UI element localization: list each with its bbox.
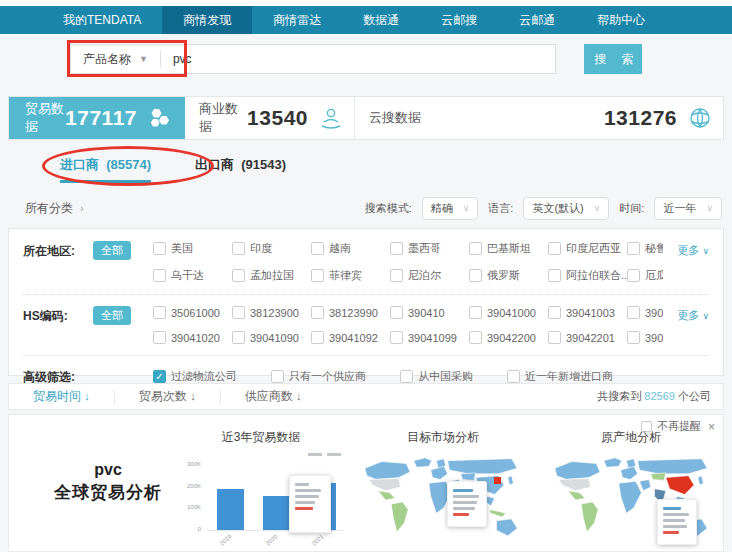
chart-y-axis: 300K200K100K0 (185, 461, 204, 531)
nav-item-business-radar[interactable]: 商情雷达 (252, 6, 342, 34)
region-option[interactable]: 俄罗斯 (469, 268, 548, 283)
region-option[interactable]: 秘鲁 (627, 241, 663, 256)
region-option[interactable]: 印度尼西亚 (548, 241, 627, 256)
checkbox-label: 印度尼西亚 (566, 241, 621, 256)
language-select[interactable]: 英文(默认) ∨ (523, 197, 609, 220)
checkbox[interactable] (390, 331, 403, 344)
nav-item-my-tendata[interactable]: 我的TENDATA (42, 6, 162, 34)
stat-trade-data[interactable]: 贸易数据 177117 (9, 97, 185, 139)
hs-option[interactable]: 39041010 (627, 306, 663, 319)
region-more-link[interactable]: 更多 ∨ (663, 241, 709, 283)
checkbox[interactable] (232, 242, 245, 255)
checkbox-label: 39041099 (408, 332, 457, 344)
region-option[interactable]: 越南 (311, 241, 390, 256)
hs-option[interactable]: 39041092 (311, 331, 390, 344)
checkbox[interactable] (469, 269, 482, 282)
region-option[interactable]: 孟加拉国 (232, 268, 311, 283)
hs-all-button[interactable]: 全部 (93, 306, 131, 325)
checkbox[interactable] (390, 306, 403, 319)
region-option[interactable]: 厄瓜多尔 (627, 268, 663, 283)
filter-row-region: 所在地区: 全部 美国 印度 越南 墨西哥 巴基斯坦 印度尼西亚 秘鲁 乌干达 … (23, 241, 709, 283)
result-tabs: 进口商 (85574) 出口商 (91543) (8, 156, 286, 183)
tab-importers[interactable]: 进口商 (85574) (60, 156, 151, 183)
checkbox[interactable] (271, 370, 284, 383)
checkbox[interactable] (507, 370, 520, 383)
checkbox[interactable] (311, 242, 324, 255)
time-select[interactable]: 近一年 ∨ (654, 197, 722, 220)
region-option[interactable]: 尼泊尔 (390, 268, 469, 283)
region-option[interactable]: 印度 (232, 241, 311, 256)
hs-option[interactable]: 35061000 (153, 306, 232, 319)
hs-option[interactable]: 39041090 (232, 331, 311, 344)
checkbox[interactable] (627, 269, 640, 282)
hs-option[interactable]: 39042201 (548, 331, 627, 344)
all-categories-link[interactable]: 所有分类 › (8, 200, 84, 217)
checkbox[interactable] (153, 306, 166, 319)
stat-cloud-search-data[interactable]: 云搜数据 131276 (355, 97, 723, 139)
hs-option[interactable]: 39041003 (548, 306, 627, 319)
checkbox[interactable] (390, 242, 403, 255)
region-option[interactable]: 墨西哥 (390, 241, 469, 256)
checkbox[interactable] (311, 331, 324, 344)
target-market-map[interactable] (351, 455, 533, 549)
checkbox[interactable] (232, 269, 245, 282)
checkbox[interactable] (153, 242, 166, 255)
hs-option[interactable]: 38123990 (311, 306, 390, 319)
sort-by-supplier-count[interactable]: 供应商数 ↓ (221, 388, 326, 405)
stat-business-data[interactable]: 商业数据 13540 (185, 97, 355, 139)
checkbox[interactable]: ✓ (153, 370, 166, 383)
sort-by-trade-count[interactable]: 贸易次数 ↓ (115, 388, 220, 405)
hs-option[interactable]: 39041000 (469, 306, 548, 319)
chart-tooltip (289, 475, 331, 533)
origin-map[interactable] (541, 455, 723, 549)
nav-item-business-discovery[interactable]: 商情发现 (162, 6, 252, 34)
checkbox[interactable] (548, 331, 561, 344)
dotted-divider (23, 355, 709, 356)
checkbox[interactable] (469, 242, 482, 255)
checkbox-label: 39041003 (566, 307, 615, 319)
checkbox[interactable] (153, 331, 166, 344)
nav-item-cloud-mail[interactable]: 云邮通 (498, 6, 576, 34)
trade-bar-chart[interactable]: 300K200K100K0 201920202021 (185, 453, 345, 549)
checkbox[interactable] (311, 306, 324, 319)
checkbox[interactable] (232, 306, 245, 319)
hs-option[interactable]: 390410 (390, 306, 469, 319)
checkbox[interactable] (153, 269, 166, 282)
hs-option[interactable]: 39042220 (627, 331, 663, 344)
region-option[interactable]: 阿拉伯联合... (548, 268, 627, 283)
hs-more-link[interactable]: 更多 ∨ (663, 306, 709, 344)
checkbox[interactable] (311, 269, 324, 282)
region-option[interactable]: 乌干达 (153, 268, 232, 283)
checkbox[interactable] (548, 269, 561, 282)
hs-option[interactable]: 38123900 (232, 306, 311, 319)
tab-exporters[interactable]: 出口商 (91543) (195, 156, 286, 183)
nav-item-cloud-mail-search[interactable]: 云邮搜 (420, 6, 498, 34)
checkbox[interactable] (627, 331, 640, 344)
region-option[interactable]: 巴基斯坦 (469, 241, 548, 256)
checkbox[interactable] (469, 331, 482, 344)
checkbox[interactable] (390, 269, 403, 282)
nav-item-help-center[interactable]: 帮助中心 (576, 6, 666, 34)
checkbox[interactable] (627, 306, 640, 319)
stat-label: 商业数据 (199, 100, 247, 136)
hs-option[interactable]: 39041020 (153, 331, 232, 344)
hs-option[interactable]: 39041099 (390, 331, 469, 344)
checkbox[interactable] (400, 370, 413, 383)
checkbox[interactable] (232, 331, 245, 344)
sort-by-trade-time[interactable]: 贸易时间 ↓ (9, 388, 114, 405)
search-input[interactable]: pvc (161, 52, 555, 66)
checkbox[interactable] (627, 242, 640, 255)
region-all-button[interactable]: 全部 (93, 241, 131, 260)
region-option[interactable]: 菲律宾 (311, 268, 390, 283)
nav-item-data-link[interactable]: 数据通 (342, 6, 420, 34)
search-mode-select[interactable]: 精确 ∨ (422, 197, 479, 220)
search-button[interactable]: 搜 索 (584, 44, 642, 74)
checkbox-label: 俄罗斯 (487, 268, 520, 283)
checkbox[interactable] (548, 242, 561, 255)
checkbox[interactable] (548, 306, 561, 319)
section-header-target-market: 目标市场分析 (353, 429, 533, 446)
region-option[interactable]: 美国 (153, 241, 232, 256)
search-category-dropdown[interactable]: 产品名称 ▼ (71, 51, 160, 68)
checkbox[interactable] (469, 306, 482, 319)
hs-option[interactable]: 39042200 (469, 331, 548, 344)
